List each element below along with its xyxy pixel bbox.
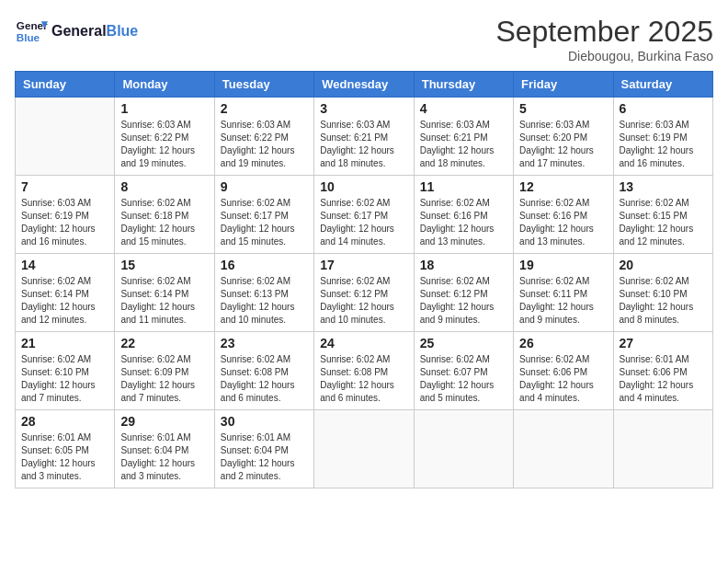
calendar-table: SundayMondayTuesdayWednesdayThursdayFrid… — [15, 71, 713, 488]
day-number: 30 — [221, 414, 308, 429]
day-number: 6 — [620, 101, 707, 116]
calendar-cell: 2Sunrise: 6:03 AM Sunset: 6:22 PM Daylig… — [214, 98, 313, 176]
day-info: Sunrise: 6:02 AM Sunset: 6:06 PM Dayligh… — [519, 353, 607, 405]
day-info: Sunrise: 6:02 AM Sunset: 6:14 PM Dayligh… — [21, 275, 108, 327]
day-number: 26 — [519, 336, 607, 350]
day-info: Sunrise: 6:01 AM Sunset: 6:04 PM Dayligh… — [120, 431, 208, 483]
title-block: September 2025 Diebougou, Burkina Faso — [495, 15, 713, 63]
day-info: Sunrise: 6:03 AM Sunset: 6:19 PM Dayligh… — [21, 197, 108, 248]
calendar-cell — [16, 98, 115, 176]
day-info: Sunrise: 6:02 AM Sunset: 6:17 PM Dayligh… — [320, 197, 407, 248]
calendar-cell: 8Sunrise: 6:02 AM Sunset: 6:18 PM Daylig… — [115, 176, 214, 254]
day-number: 13 — [620, 179, 707, 194]
calendar-cell: 19Sunrise: 6:02 AM Sunset: 6:11 PM Dayli… — [514, 254, 613, 332]
day-number: 18 — [420, 258, 507, 272]
calendar-cell: 1Sunrise: 6:03 AM Sunset: 6:22 PM Daylig… — [115, 98, 214, 176]
day-info: Sunrise: 6:02 AM Sunset: 6:12 PM Dayligh… — [320, 275, 407, 327]
calendar-cell: 28Sunrise: 6:01 AM Sunset: 6:05 PM Dayli… — [16, 410, 115, 488]
weekday-header-sunday: Sunday — [16, 72, 115, 98]
day-info: Sunrise: 6:03 AM Sunset: 6:22 PM Dayligh… — [221, 119, 308, 170]
day-number: 10 — [320, 179, 407, 194]
day-info: Sunrise: 6:03 AM Sunset: 6:21 PM Dayligh… — [420, 119, 507, 170]
calendar-cell: 15Sunrise: 6:02 AM Sunset: 6:14 PM Dayli… — [115, 254, 214, 332]
day-number: 11 — [420, 179, 507, 194]
day-number: 1 — [120, 101, 208, 116]
calendar-cell: 25Sunrise: 6:02 AM Sunset: 6:07 PM Dayli… — [414, 332, 513, 410]
weekday-header-wednesday: Wednesday — [314, 72, 414, 98]
calendar-cell: 20Sunrise: 6:02 AM Sunset: 6:10 PM Dayli… — [613, 254, 712, 332]
day-number: 8 — [120, 179, 208, 194]
day-info: Sunrise: 6:02 AM Sunset: 6:07 PM Dayligh… — [420, 353, 507, 405]
day-info: Sunrise: 6:01 AM Sunset: 6:06 PM Dayligh… — [620, 353, 707, 405]
calendar-cell — [514, 410, 613, 488]
day-info: Sunrise: 6:02 AM Sunset: 6:10 PM Dayligh… — [21, 353, 108, 405]
day-number: 19 — [519, 258, 607, 272]
day-number: 4 — [420, 101, 507, 116]
week-row-3: 14Sunrise: 6:02 AM Sunset: 6:14 PM Dayli… — [16, 254, 713, 332]
day-number: 15 — [120, 258, 208, 272]
day-number: 5 — [519, 101, 607, 116]
calendar-cell: 21Sunrise: 6:02 AM Sunset: 6:10 PM Dayli… — [16, 332, 115, 410]
calendar-cell — [613, 410, 712, 488]
day-number: 14 — [21, 258, 108, 272]
weekday-header-tuesday: Tuesday — [214, 72, 313, 98]
day-info: Sunrise: 6:02 AM Sunset: 6:12 PM Dayligh… — [420, 275, 507, 327]
day-info: Sunrise: 6:02 AM Sunset: 6:08 PM Dayligh… — [221, 353, 308, 405]
day-info: Sunrise: 6:03 AM Sunset: 6:20 PM Dayligh… — [519, 119, 607, 170]
calendar-cell: 17Sunrise: 6:02 AM Sunset: 6:12 PM Dayli… — [314, 254, 414, 332]
month-title: September 2025 — [495, 15, 713, 49]
day-number: 20 — [620, 258, 707, 272]
day-number: 21 — [21, 336, 108, 350]
week-row-2: 7Sunrise: 6:03 AM Sunset: 6:19 PM Daylig… — [16, 176, 713, 254]
week-row-1: 1Sunrise: 6:03 AM Sunset: 6:22 PM Daylig… — [16, 98, 713, 176]
day-info: Sunrise: 6:02 AM Sunset: 6:16 PM Dayligh… — [420, 197, 507, 248]
calendar-cell: 13Sunrise: 6:02 AM Sunset: 6:15 PM Dayli… — [613, 176, 712, 254]
logo: General Blue GeneralBlue — [15, 15, 138, 48]
day-number: 9 — [221, 179, 308, 194]
day-number: 23 — [221, 336, 308, 350]
calendar-cell: 26Sunrise: 6:02 AM Sunset: 6:06 PM Dayli… — [514, 332, 613, 410]
day-info: Sunrise: 6:03 AM Sunset: 6:19 PM Dayligh… — [620, 119, 707, 170]
day-number: 28 — [21, 414, 108, 429]
day-number: 16 — [221, 258, 308, 272]
day-number: 3 — [320, 101, 407, 116]
day-info: Sunrise: 6:02 AM Sunset: 6:13 PM Dayligh… — [221, 275, 308, 327]
day-info: Sunrise: 6:02 AM Sunset: 6:11 PM Dayligh… — [519, 275, 607, 327]
day-number: 24 — [320, 336, 407, 350]
day-number: 7 — [21, 179, 108, 194]
day-info: Sunrise: 6:01 AM Sunset: 6:05 PM Dayligh… — [21, 431, 108, 483]
day-number: 25 — [420, 336, 507, 350]
calendar-cell: 6Sunrise: 6:03 AM Sunset: 6:19 PM Daylig… — [613, 98, 712, 176]
calendar-cell: 11Sunrise: 6:02 AM Sunset: 6:16 PM Dayli… — [414, 176, 513, 254]
calendar-cell: 18Sunrise: 6:02 AM Sunset: 6:12 PM Dayli… — [414, 254, 513, 332]
day-info: Sunrise: 6:02 AM Sunset: 6:15 PM Dayligh… — [620, 197, 707, 248]
week-row-4: 21Sunrise: 6:02 AM Sunset: 6:10 PM Dayli… — [16, 332, 713, 410]
weekday-header-row: SundayMondayTuesdayWednesdayThursdayFrid… — [16, 72, 713, 98]
day-info: Sunrise: 6:02 AM Sunset: 6:17 PM Dayligh… — [221, 197, 308, 248]
day-info: Sunrise: 6:02 AM Sunset: 6:08 PM Dayligh… — [320, 353, 407, 405]
day-info: Sunrise: 6:03 AM Sunset: 6:22 PM Dayligh… — [120, 119, 208, 170]
weekday-header-saturday: Saturday — [613, 72, 712, 98]
day-number: 2 — [221, 101, 308, 116]
calendar-cell: 9Sunrise: 6:02 AM Sunset: 6:17 PM Daylig… — [214, 176, 313, 254]
calendar-cell: 16Sunrise: 6:02 AM Sunset: 6:13 PM Dayli… — [214, 254, 313, 332]
calendar-cell: 10Sunrise: 6:02 AM Sunset: 6:17 PM Dayli… — [314, 176, 414, 254]
weekday-header-monday: Monday — [115, 72, 214, 98]
day-info: Sunrise: 6:02 AM Sunset: 6:09 PM Dayligh… — [120, 353, 208, 405]
logo-text: GeneralBlue — [51, 22, 138, 40]
calendar-cell: 27Sunrise: 6:01 AM Sunset: 6:06 PM Dayli… — [613, 332, 712, 410]
weekday-header-friday: Friday — [514, 72, 613, 98]
day-number: 29 — [120, 414, 208, 429]
day-info: Sunrise: 6:02 AM Sunset: 6:10 PM Dayligh… — [620, 275, 707, 327]
calendar-cell: 14Sunrise: 6:02 AM Sunset: 6:14 PM Dayli… — [16, 254, 115, 332]
day-number: 17 — [320, 258, 407, 272]
calendar-cell: 30Sunrise: 6:01 AM Sunset: 6:04 PM Dayli… — [214, 410, 313, 488]
day-info: Sunrise: 6:02 AM Sunset: 6:16 PM Dayligh… — [519, 197, 607, 248]
calendar-cell: 23Sunrise: 6:02 AM Sunset: 6:08 PM Dayli… — [214, 332, 313, 410]
calendar-cell: 5Sunrise: 6:03 AM Sunset: 6:20 PM Daylig… — [514, 98, 613, 176]
day-number: 12 — [519, 179, 607, 194]
calendar-cell: 4Sunrise: 6:03 AM Sunset: 6:21 PM Daylig… — [414, 98, 513, 176]
page-header: General Blue GeneralBlue September 2025 … — [15, 15, 713, 63]
day-info: Sunrise: 6:01 AM Sunset: 6:04 PM Dayligh… — [221, 431, 308, 483]
day-info: Sunrise: 6:02 AM Sunset: 6:18 PM Dayligh… — [120, 197, 208, 248]
